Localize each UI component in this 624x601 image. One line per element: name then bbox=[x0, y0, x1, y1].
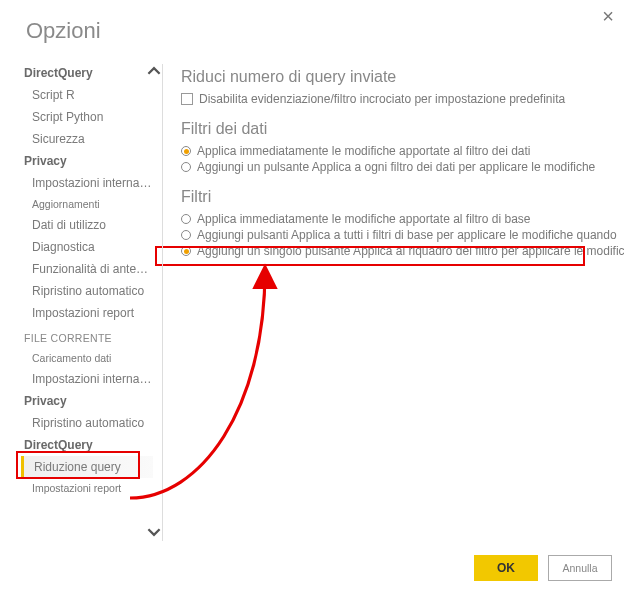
sidebar-item-sicurezza[interactable]: Sicurezza bbox=[22, 128, 153, 150]
radio-data-aggiungi-pulsante[interactable] bbox=[181, 162, 191, 172]
sidebar-item-script-python[interactable]: Script Python bbox=[22, 106, 153, 128]
radio-label-filtri-2: Aggiungi pulsanti Applica a tutti i filt… bbox=[197, 228, 617, 242]
checkbox-label-disabilita: Disabilita evidenziazione/filtro incroci… bbox=[199, 92, 565, 106]
radio-filtri-aggiungi-tutti[interactable] bbox=[181, 230, 191, 240]
sidebar-item-diagnostica[interactable]: Diagnostica bbox=[22, 236, 153, 258]
heading-filtri-dati: Filtri dei dati bbox=[181, 120, 624, 138]
heading-riduci-query: Riduci numero di query inviate bbox=[181, 68, 624, 86]
radio-label-filtri-1: Applica immediatamente le modifiche appo… bbox=[197, 212, 531, 226]
radio-filtri-applica-subito[interactable] bbox=[181, 214, 191, 224]
main-panel: Riduci numero di query inviate Disabilit… bbox=[153, 62, 624, 541]
sidebar-item-intl-file[interactable]: Impostazioni internazionali bbox=[22, 368, 153, 390]
radio-filtri-aggiungi-singolo[interactable] bbox=[181, 246, 191, 256]
sidebar-heading-privacy[interactable]: Privacy bbox=[22, 150, 153, 172]
sidebar-heading-directquery[interactable]: DirectQuery bbox=[22, 62, 153, 84]
sidebar-section-file-corrente: FILE CORRENTE bbox=[22, 324, 153, 348]
dialog-title: Opzioni bbox=[26, 18, 101, 44]
radio-label-data-2: Aggiungi un pulsante Applica a ogni filt… bbox=[197, 160, 595, 174]
sidebar: DirectQuery Script R Script Python Sicur… bbox=[18, 62, 153, 541]
sidebar-item-script-r[interactable]: Script R bbox=[22, 84, 153, 106]
heading-filtri: Filtri bbox=[181, 188, 624, 206]
vertical-divider bbox=[162, 64, 163, 541]
sidebar-item-caricamento-dati[interactable]: Caricamento dati bbox=[22, 348, 153, 368]
sidebar-heading-directquery-file[interactable]: DirectQuery bbox=[22, 434, 153, 456]
dialog-buttons: OK Annulla bbox=[474, 555, 612, 581]
sidebar-item-riduzione-query[interactable]: Riduzione query bbox=[21, 456, 153, 478]
sidebar-item-impostazioni-report[interactable]: Impostazioni report bbox=[22, 302, 153, 324]
radio-data-applica-subito[interactable] bbox=[181, 146, 191, 156]
sidebar-item-dati-utilizzo[interactable]: Dati di utilizzo bbox=[22, 214, 153, 236]
radio-label-filtri-3: Aggiungi un singolo pulsante Applica al … bbox=[197, 244, 624, 258]
radio-label-data-1: Applica immediatamente le modifiche appo… bbox=[197, 144, 531, 158]
sidebar-item-aggiornamenti[interactable]: Aggiornamenti bbox=[22, 194, 153, 214]
sidebar-item-ripristino-file[interactable]: Ripristino automatico bbox=[22, 412, 153, 434]
sidebar-heading-privacy-file[interactable]: Privacy bbox=[22, 390, 153, 412]
checkbox-disabilita-evidenziazione[interactable] bbox=[181, 93, 193, 105]
sidebar-item-ripristino[interactable]: Ripristino automatico bbox=[22, 280, 153, 302]
close-icon[interactable]: × bbox=[602, 6, 614, 26]
cancel-button[interactable]: Annulla bbox=[548, 555, 612, 581]
sidebar-item-anteprima[interactable]: Funzionalità di anteprima bbox=[22, 258, 153, 280]
sidebar-item-impostazioni-report-file[interactable]: Impostazioni report bbox=[22, 478, 153, 498]
dialog-body: DirectQuery Script R Script Python Sicur… bbox=[18, 62, 624, 541]
ok-button[interactable]: OK bbox=[474, 555, 538, 581]
sidebar-item-intl[interactable]: Impostazioni internazionali bbox=[22, 172, 153, 194]
